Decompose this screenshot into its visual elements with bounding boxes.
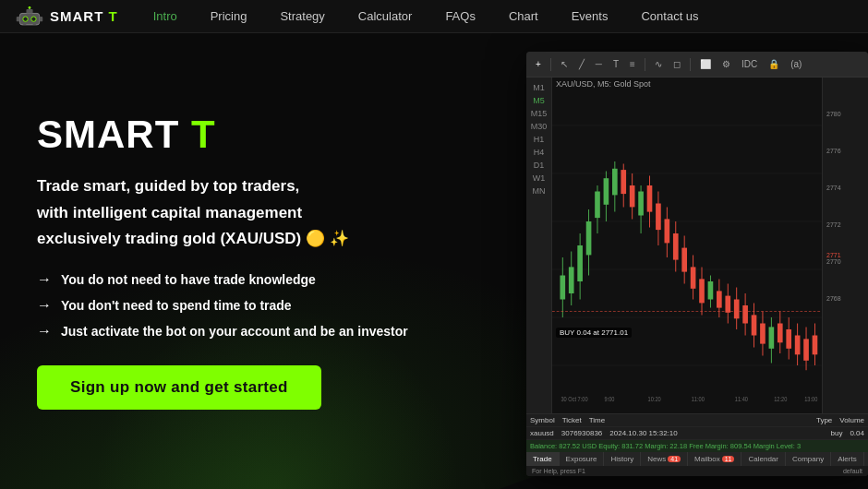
toolbar-zoom-in[interactable]: ⬜ [696,58,715,70]
svg-rect-57 [734,300,740,319]
svg-rect-61 [752,315,757,335]
chart-title: XAU/USD, M5: Gold Spot [556,79,651,89]
svg-rect-23 [586,221,592,255]
hero-chart: + ↖ ╱ ─ T ≡ ∿ ◻ ⬜ ⚙ IDC 🔒 (a) M1 [526,52,868,476]
tab-alerts[interactable]: Alerts [831,452,863,466]
chart-container: + ↖ ╱ ─ T ≡ ∿ ◻ ⬜ ⚙ IDC 🔒 (a) M1 [526,52,868,476]
chart-status-bar: For Help, press F1 default [526,466,868,476]
svg-point-1 [23,17,28,21]
cta-button[interactable]: Sign up now and get started [37,365,321,410]
nav-chart[interactable]: Chart [492,0,555,33]
trade-type: buy [831,429,843,437]
svg-rect-19 [569,267,574,293]
toolbar-sep3 [690,58,691,71]
svg-point-5 [29,6,31,9]
bullet-text-1: You do not need to have trade knowledge [61,272,316,287]
toolbar-sep2 [645,58,645,71]
tf-w1[interactable]: W1 [526,172,551,185]
svg-rect-55 [725,296,730,313]
logo[interactable]: SMART T [15,6,118,27]
col-type: Type [816,416,832,424]
nav-links: Intro Pricing Strategy Calculator FAQs C… [137,0,716,33]
col-ticket: Ticket [562,416,582,424]
svg-rect-39 [656,204,661,231]
toolbar-indicator[interactable]: ◻ [669,58,684,70]
hero-subtitle-line1: Trade smart, guided by top traders, [37,177,299,195]
trade-volume: 0.04 [850,429,864,437]
nav-faqs[interactable]: FAQs [428,0,492,33]
toolbar-hline[interactable]: ─ [592,58,606,70]
tab-company[interactable]: Company [786,452,831,466]
tf-d1[interactable]: D1 [526,159,551,172]
toolbar-idc[interactable]: IDC [738,58,761,70]
tf-h1[interactable]: H1 [526,133,551,146]
tab-art[interactable]: Art [864,452,868,466]
chart-area[interactable]: XAU/USD, M5: Gold Spot [552,78,822,413]
tab-exposure[interactable]: Exposure [560,452,605,466]
svg-text:2768: 2768 [826,295,841,302]
trade-ticket: 3076930836 [561,429,603,437]
toolbar-lock[interactable]: 🔒 [765,58,783,70]
svg-rect-8 [23,22,27,25]
svg-text:30 Oct 7:00: 30 Oct 7:00 [561,395,587,402]
tf-m5[interactable]: M5 [526,94,551,107]
toolbar-fib[interactable]: ≡ [626,58,639,70]
chart-price-axis: 2780 2776 2774 2772 2771 2770 2768 [822,78,868,413]
svg-rect-71 [795,336,801,355]
chart-main: M1 M5 M15 M30 H1 H4 D1 W1 MN XAU/USD, M5… [526,78,868,413]
chart-tabs: Trade Exposure History News41 Mailbox11 … [526,452,868,466]
svg-rect-41 [665,219,670,243]
svg-rect-6 [17,17,20,21]
svg-rect-75 [813,336,818,355]
tf-mn[interactable]: MN [526,185,551,197]
trade-symbol: xauusd [530,429,554,437]
toolbar-cursor[interactable]: ↖ [557,58,572,70]
svg-text:2780: 2780 [826,111,841,117]
svg-point-2 [31,17,36,21]
toolbar-line[interactable]: ╱ [575,58,588,70]
svg-rect-7 [40,17,43,21]
tab-news[interactable]: News41 [641,452,688,466]
bullet-text-2: You don't need to spend time to trade [61,298,292,313]
tab-trade[interactable]: Trade [526,452,560,466]
nav-events[interactable]: Events [555,0,625,33]
toolbar-text[interactable]: T [609,58,622,70]
trade-time: 2024.10.30 15:32:10 [609,429,823,437]
tf-h4[interactable]: H4 [526,146,551,159]
nav-contact[interactable]: Contact us [624,0,715,33]
nav-intro[interactable]: Intro [137,0,194,33]
nav-strategy[interactable]: Strategy [263,0,341,33]
nav-pricing[interactable]: Pricing [194,0,264,33]
svg-text:11:00: 11:00 [692,395,705,402]
tab-history[interactable]: History [604,452,641,466]
svg-rect-53 [717,291,722,307]
mailbox-badge: 11 [722,456,735,462]
navbar: SMART T Intro Pricing Strategy Calculato… [0,0,868,33]
tf-m30[interactable]: M30 [526,120,551,133]
toolbar-settings[interactable]: ⚙ [718,58,734,70]
hero-title: SMART T [37,113,480,157]
price-axis-svg: 2780 2776 2774 2772 2771 2770 2768 [823,78,868,413]
toolbar-plus[interactable]: + [532,58,545,70]
svg-rect-45 [681,248,687,272]
hero-subtitle: Trade smart, guided by top traders, with… [37,173,480,254]
svg-rect-21 [577,245,583,281]
toolbar-chart-type[interactable]: ∿ [651,58,666,70]
svg-rect-27 [604,178,609,205]
svg-rect-49 [699,279,705,303]
nav-calculator[interactable]: Calculator [342,0,429,33]
svg-text:2770: 2770 [826,258,841,265]
col-time: Time [589,416,809,424]
toolbar-extra[interactable]: (a) [787,58,805,70]
svg-text:2774: 2774 [826,185,841,191]
tf-m15[interactable]: M15 [526,107,551,120]
hero-section: SMART T Trade smart, guided by top trade… [0,33,868,489]
tab-mailbox[interactable]: Mailbox11 [688,452,741,466]
hero-bullets: → You do not need to have trade knowledg… [37,271,480,340]
status-right: default [843,468,862,474]
tf-m1[interactable]: M1 [526,81,551,94]
chart-trade-row: xauusd 3076930836 2024.10.30 15:32:10 bu… [526,427,868,440]
chart-balance-row: Balance: 827.52 USD Equity: 831.72 Margi… [526,440,868,452]
tab-calendar[interactable]: Calendar [741,452,785,466]
svg-text:11:40: 11:40 [735,395,748,402]
